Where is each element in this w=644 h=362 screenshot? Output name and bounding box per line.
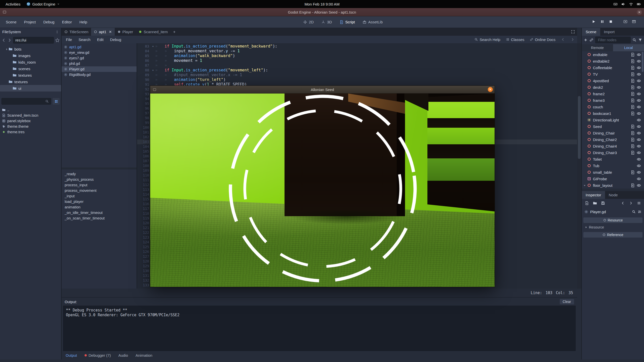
play-button[interactable] bbox=[592, 20, 596, 24]
scene-tab-apt1[interactable]: apt1 bbox=[91, 28, 114, 36]
resource-section-header[interactable]: Resource bbox=[583, 217, 642, 223]
line-number[interactable]: 104 bbox=[137, 144, 151, 149]
code-line[interactable]: 89» » #input_movement_vector.x -= 1 bbox=[137, 73, 577, 77]
attached-script-button[interactable] bbox=[630, 72, 635, 76]
line-number[interactable]: 107 bbox=[137, 159, 151, 163]
script-history-forward-icon[interactable] bbox=[571, 37, 575, 41]
game-window-title-bar[interactable]: Allonian Seed bbox=[150, 86, 495, 94]
scene-node-dining-chair3[interactable]: Dining_Chair3 bbox=[582, 149, 644, 156]
line-number[interactable]: 85 bbox=[137, 54, 151, 58]
resource-foldout[interactable]: Resource bbox=[582, 224, 644, 230]
code-scrollbar[interactable] bbox=[577, 43, 581, 289]
code-line[interactable]: 83▾» if Input.is_action_pressed("movemen… bbox=[137, 44, 577, 49]
scene-tab-player[interactable]: Player bbox=[115, 28, 136, 36]
online-docs-button[interactable]: Online Docs bbox=[530, 37, 555, 42]
dock-splitter[interactable] bbox=[582, 189, 644, 191]
line-number[interactable]: 96 bbox=[137, 106, 151, 111]
chevron-right-button[interactable] bbox=[629, 201, 633, 206]
line-number[interactable]: 100 bbox=[137, 125, 151, 130]
line-number[interactable]: 106 bbox=[137, 154, 151, 159]
search-help-button[interactable]: Search Help bbox=[474, 37, 500, 42]
favorite-star-icon[interactable] bbox=[55, 38, 60, 42]
visibility-eye-button[interactable] bbox=[637, 157, 641, 161]
method-item-input[interactable]: _input bbox=[62, 193, 137, 199]
menu-debug[interactable]: Debug bbox=[39, 20, 58, 24]
script-menu-search[interactable]: Search bbox=[75, 37, 94, 42]
attached-script-button[interactable] bbox=[630, 131, 635, 135]
line-number[interactable]: 90 bbox=[137, 77, 151, 82]
inspector-tools-icon[interactable] bbox=[638, 210, 641, 214]
file-[interactable]: .. bbox=[0, 107, 61, 113]
inspector-tab-node[interactable]: Node bbox=[605, 191, 622, 199]
method-item-load-player[interactable]: load_player bbox=[62, 199, 137, 204]
line-number[interactable]: 110 bbox=[137, 173, 151, 178]
line-number[interactable]: 83 bbox=[137, 44, 151, 49]
workspace-2d[interactable]: 2D bbox=[303, 20, 314, 24]
filter-nodes-field[interactable] bbox=[595, 37, 631, 43]
visibility-eye-button[interactable] bbox=[637, 111, 641, 116]
output-log[interactable]: ** Debug Process Started **OpenGL ES 3.0… bbox=[63, 306, 576, 351]
line-number[interactable]: 115 bbox=[137, 197, 151, 202]
nav-forward-button[interactable] bbox=[7, 38, 12, 42]
script-item-player-gd[interactable]: Player.gd bbox=[62, 66, 137, 72]
visibility-eye-button[interactable] bbox=[637, 177, 641, 181]
line-number[interactable]: 88 bbox=[137, 68, 151, 73]
filesystem-folder-textures[interactable]: textures bbox=[0, 78, 61, 85]
folder-button[interactable] bbox=[593, 201, 597, 206]
system-tray[interactable] bbox=[613, 0, 641, 8]
visibility-eye-button[interactable] bbox=[637, 92, 641, 96]
method-item-process-input[interactable]: process_input bbox=[62, 182, 137, 188]
line-number[interactable]: 103 bbox=[137, 140, 151, 144]
workspace-assetlib[interactable]: AssetLib bbox=[363, 20, 383, 24]
visibility-eye-button[interactable] bbox=[637, 124, 641, 129]
search-icon[interactable] bbox=[632, 38, 636, 42]
script-item-apt1-gd[interactable]: apt1.gd bbox=[62, 44, 137, 50]
line-number[interactable]: 113 bbox=[137, 187, 151, 192]
method-item-ready[interactable]: _ready bbox=[62, 171, 137, 177]
attached-script-button[interactable] bbox=[630, 79, 635, 83]
bottom-tab-output[interactable]: Output bbox=[66, 353, 77, 357]
code-scrollbar-thumb[interactable] bbox=[578, 96, 581, 159]
attached-script-button[interactable] bbox=[630, 170, 635, 174]
dock-tab-import[interactable]: Import bbox=[600, 28, 619, 36]
scene-node-dining-chair4[interactable]: Dining_Chair4 bbox=[582, 143, 644, 149]
line-number[interactable]: 120 bbox=[137, 221, 151, 225]
script-menu-edit[interactable]: Edit bbox=[94, 37, 107, 42]
path-field[interactable]: res://ui bbox=[13, 37, 54, 43]
scene-tab-titlescreen[interactable]: TitleScreen bbox=[62, 28, 91, 36]
code-line[interactable]: 88▾» if Input.is_action_pressed("movemen… bbox=[137, 68, 577, 73]
attached-script-button[interactable] bbox=[630, 138, 635, 142]
save-button[interactable] bbox=[601, 201, 605, 206]
play-scene-button[interactable] bbox=[623, 20, 628, 24]
visibility-eye-button[interactable] bbox=[637, 138, 641, 142]
dock-tab-scene[interactable]: Scene bbox=[582, 28, 600, 36]
line-number[interactable]: 87 bbox=[137, 63, 151, 68]
line-number[interactable]: 84 bbox=[137, 49, 151, 54]
attached-script-button[interactable] bbox=[630, 98, 635, 103]
fold-marker[interactable]: ▾ bbox=[151, 68, 155, 73]
scene-node-desk2[interactable]: desk2 bbox=[582, 84, 644, 90]
file-scanned-item-tscn[interactable]: Scanned_item.tscn bbox=[0, 113, 61, 118]
line-number[interactable]: 114 bbox=[137, 192, 151, 197]
filesystem-folder-bots[interactable]: bots bbox=[0, 46, 61, 52]
instance-scene-button[interactable] bbox=[589, 38, 593, 42]
scene-node-tv[interactable]: TV bbox=[582, 71, 644, 77]
game-viewport[interactable] bbox=[150, 94, 495, 287]
visibility-eye-button[interactable] bbox=[637, 72, 641, 76]
line-number[interactable]: 133 bbox=[137, 283, 151, 288]
file-theme-theme[interactable]: theme.theme bbox=[0, 124, 61, 129]
scene-node-toliet[interactable]: Toliet bbox=[582, 156, 644, 162]
attached-script-button[interactable] bbox=[630, 124, 635, 129]
scene-node-frame3[interactable]: frame3 bbox=[582, 97, 644, 104]
line-number[interactable]: 129 bbox=[137, 264, 151, 268]
script-item-rigidbody-gd[interactable]: RigidBody.gd bbox=[62, 72, 137, 77]
method-item-animation[interactable]: animation bbox=[62, 204, 137, 210]
scene-node-small-table[interactable]: small_table bbox=[582, 169, 644, 175]
scene-node-coffeetable[interactable]: Coffeetable bbox=[582, 64, 644, 71]
scene-node-seed[interactable]: Seed bbox=[582, 123, 644, 130]
line-number[interactable]: 105 bbox=[137, 149, 151, 154]
line-number[interactable]: 116 bbox=[137, 202, 151, 206]
menu-scene[interactable]: Scene bbox=[2, 20, 20, 24]
line-number[interactable]: 108 bbox=[137, 163, 151, 168]
scene-node-endtable[interactable]: endtable bbox=[582, 51, 644, 58]
